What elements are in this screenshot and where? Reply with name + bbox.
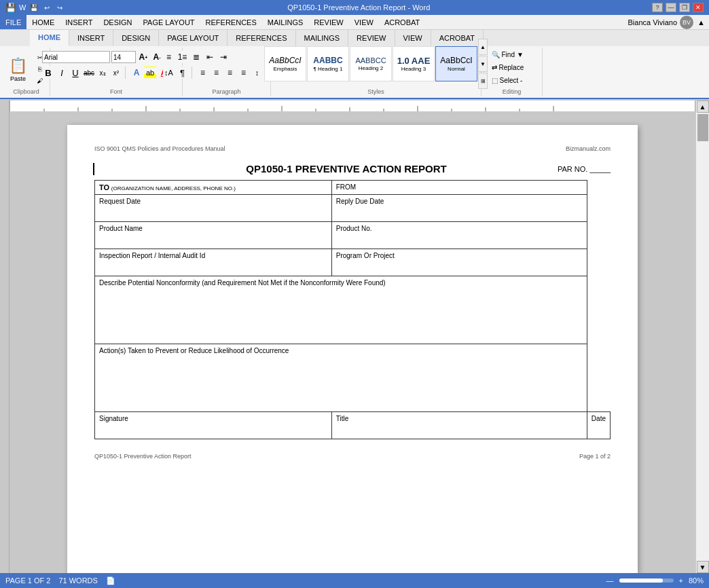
undo-icon[interactable]: ↩ — [41, 3, 52, 12]
help-button[interactable]: ? — [652, 3, 663, 12]
line-spacing-button[interactable]: ↕ — [251, 67, 263, 79]
tab-mailings[interactable]: MAILINGS — [296, 30, 349, 46]
tab-design[interactable]: DESIGN — [113, 30, 159, 46]
menu-view[interactable]: VIEW — [349, 15, 379, 29]
style-normal[interactable]: AaBbCcI Normal — [435, 46, 477, 81]
decrease-indent-button[interactable]: ⇤ — [204, 51, 216, 63]
table-row-signature: Signature Title Date — [95, 412, 611, 439]
style-heading2[interactable]: AABBCC Heading 2 — [350, 46, 392, 81]
show-formatting-button[interactable]: ¶ — [177, 67, 189, 79]
paragraph-group: ≡ 1≡ ≣ ⇤ ⇥ ↕A ¶ ≡ ≡ ≡ ≡ ↕ ▦ ⊞ Paragraph — [183, 48, 271, 96]
select-button[interactable]: ⬚ Select - — [488, 75, 536, 86]
table-row-inspection: Inspection Report / Internal Audit Id Pr… — [95, 249, 611, 276]
shrink-font-button[interactable]: A- — [151, 51, 163, 63]
header-left: ISO 9001 QMS Policies and Procedures Man… — [94, 145, 225, 152]
text-effects-button[interactable]: A — [130, 67, 143, 79]
grow-font-button[interactable]: A+ — [137, 51, 149, 63]
underline-button[interactable]: U — [69, 67, 81, 79]
document-header: ISO 9001 QMS Policies and Procedures Man… — [94, 145, 611, 152]
layout-icon[interactable]: 📄 — [106, 576, 115, 585]
find-button[interactable]: 🔍 Find ▼ — [488, 49, 536, 60]
form-title: QP1050-1 PREVENTIVE ACTION REPORT — [135, 163, 558, 174]
bullets-button[interactable]: ≡ — [163, 51, 175, 63]
horizontal-ruler — [0, 100, 709, 111]
ribbon-collapse-icon[interactable]: ▲ — [696, 17, 706, 28]
date-cell: Date — [587, 412, 610, 439]
tab-acrobat[interactable]: ACROBAT — [431, 30, 484, 46]
scroll-thumb[interactable] — [697, 114, 708, 141]
title-bar: 💾 W 💾 ↩ ↪ QP1050-1 Preventive Action Rep… — [0, 0, 709, 15]
minimize-button[interactable]: — — [666, 3, 676, 12]
superscript-button[interactable]: x² — [110, 67, 122, 79]
align-left-button[interactable]: ≡ — [197, 67, 209, 79]
bold-button[interactable]: B — [42, 67, 54, 79]
menu-references[interactable]: REFERENCES — [200, 15, 262, 29]
scroll-up-arrow[interactable]: ▲ — [697, 100, 709, 113]
menu-insert[interactable]: INSERT — [60, 15, 98, 29]
table-row-product: Product Name Product No. — [95, 222, 611, 249]
request-date-label: Request Date — [99, 198, 141, 205]
program-cell: Program Or Project — [331, 249, 587, 276]
style-heading3[interactable]: 1.0 AAE Heading 3 — [393, 46, 435, 81]
font-name-input[interactable] — [42, 51, 110, 63]
restore-button[interactable]: ❐ — [679, 3, 690, 12]
find-icon: 🔍 — [492, 51, 500, 58]
styles-label: Styles — [271, 88, 481, 95]
style-heading1[interactable]: AABBC ¶ Heading 1 — [307, 46, 349, 81]
align-center-button[interactable]: ≡ — [211, 67, 223, 79]
tab-page-layout[interactable]: PAGE LAYOUT — [159, 30, 228, 46]
redo-icon[interactable]: ↪ — [54, 3, 65, 12]
program-label: Program Or Project — [336, 252, 395, 259]
from-cell: FROM — [331, 181, 587, 195]
menu-acrobat[interactable]: ACROBAT — [379, 15, 425, 29]
menu-file[interactable]: FILE — [0, 15, 26, 29]
multilevel-button[interactable]: ≣ — [190, 51, 202, 63]
menu-design[interactable]: DESIGN — [98, 15, 137, 29]
date-label: Date — [592, 415, 606, 422]
tab-home[interactable]: HOME — [30, 30, 69, 46]
menu-page-layout[interactable]: PAGE LAYOUT — [138, 15, 200, 29]
paste-label: Paste — [10, 75, 26, 82]
menu-review[interactable]: REVIEW — [308, 15, 348, 29]
inspection-label: Inspection Report / Internal Audit Id — [99, 252, 205, 259]
user-avatar: BV — [680, 16, 693, 29]
paste-button[interactable]: 📋 Paste — [5, 52, 31, 87]
replace-button[interactable]: ⇄ Replace — [488, 62, 536, 73]
replace-icon: ⇄ — [492, 64, 497, 71]
tab-view[interactable]: VIEW — [395, 30, 431, 46]
menu-bar: FILE HOME INSERT DESIGN PAGE LAYOUT REFE… — [0, 15, 709, 30]
italic-button[interactable]: I — [56, 67, 68, 79]
strikethrough-button[interactable]: abc — [83, 67, 95, 79]
zoom-in-button[interactable]: + — [679, 576, 683, 585]
style-emphasis[interactable]: AaBbCcI Emphasis — [264, 46, 306, 81]
footer-left: QP1050-1 Preventive Action Report — [94, 453, 192, 460]
scroll-down-arrow[interactable]: ▼ — [697, 561, 709, 573]
product-name-label: Product Name — [99, 225, 143, 232]
tab-insert[interactable]: INSERT — [69, 30, 113, 46]
describe-cell: Describe Potential Nonconformity (and Re… — [95, 276, 587, 344]
highlight-button[interactable]: ab — [144, 67, 156, 79]
vertical-scrollbar[interactable]: ▲ ▼ — [695, 100, 709, 573]
menu-mailings[interactable]: MAILINGS — [262, 15, 309, 29]
font-size-input[interactable] — [111, 51, 136, 63]
subscript-button[interactable]: x₂ — [96, 67, 109, 79]
menu-home[interactable]: HOME — [26, 15, 60, 29]
justify-button[interactable]: ≡ — [238, 67, 250, 79]
align-right-button[interactable]: ≡ — [224, 67, 236, 79]
editing-label: Editing — [481, 88, 542, 95]
increase-indent-button[interactable]: ⇥ — [217, 51, 230, 63]
paste-icon: 📋 — [9, 57, 27, 75]
numbering-button[interactable]: 1≡ — [177, 51, 189, 63]
zoom-bar[interactable] — [619, 578, 674, 583]
editing-group: 🔍 Find ▼ ⇄ Replace ⬚ Select - Editing — [481, 48, 543, 96]
close-button[interactable]: ✕ — [693, 3, 704, 12]
tab-references[interactable]: REFERENCES — [228, 30, 295, 46]
tab-review[interactable]: REVIEW — [348, 30, 395, 46]
table-row-describe: Describe Potential Nonconformity (and Re… — [95, 276, 611, 344]
quick-save-icon[interactable]: 💾 — [29, 3, 39, 12]
zoom-out-button[interactable]: — — [606, 576, 614, 585]
describe-label: Describe Potential Nonconformity (and Re… — [99, 279, 386, 287]
sort-button[interactable]: ↕A — [163, 67, 175, 79]
page: ISO 9001 QMS Policies and Procedures Man… — [67, 125, 638, 573]
title-cell: Title — [331, 412, 587, 439]
